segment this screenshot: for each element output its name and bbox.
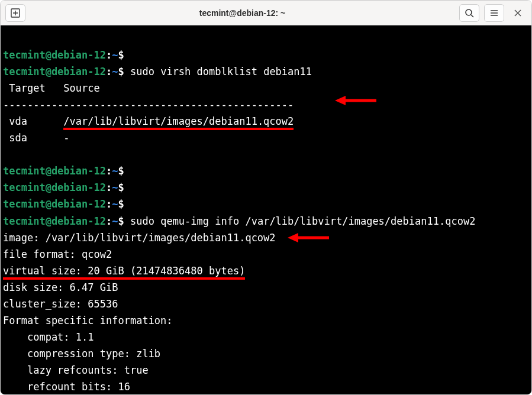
command-text: sudo qemu-img info /var/lib/libvirt/imag… <box>124 215 476 227</box>
prompt-dollar: $ <box>118 182 124 193</box>
plus-box-icon <box>11 8 20 18</box>
prompt-dollar: $ <box>118 165 124 177</box>
svg-point-3 <box>466 9 472 15</box>
hamburger-menu-button[interactable] <box>484 4 504 22</box>
prompt-colon: : <box>106 49 112 61</box>
prompt-colon: : <box>106 182 112 193</box>
prompt-userhost: tecmint@debian-12 <box>3 165 106 177</box>
table-header: Target Source <box>3 82 100 94</box>
svg-marker-13 <box>288 233 298 242</box>
output-lazy-refcounts-line: lazy refcounts: true <box>3 364 149 376</box>
prompt-dollar: $ <box>118 49 124 61</box>
prompt-path: ~ <box>112 215 118 227</box>
annotation-arrow-icon <box>335 95 376 106</box>
output-virtual-size-line: virtual size: 20 GiB (21474836480 bytes) <box>3 265 245 280</box>
prompt-colon: : <box>106 165 112 177</box>
prompt-userhost: tecmint@debian-12 <box>3 182 106 193</box>
prompt-dollar: $ <box>118 215 124 227</box>
prompt-path: ~ <box>112 66 118 77</box>
table-row: vda /var/lib/libvirt/images/debian11.qco… <box>3 115 294 130</box>
window-title: tecmint@debian-12: ~ <box>30 8 454 18</box>
prompt-line: tecmint@debian-12:~$ <box>3 49 124 61</box>
prompt-path: ~ <box>112 182 118 193</box>
prompt-userhost: tecmint@debian-12 <box>3 49 106 61</box>
prompt-dollar: $ <box>118 66 124 77</box>
prompt-userhost: tecmint@debian-12 <box>3 198 106 210</box>
prompt-path: ~ <box>112 165 118 177</box>
hamburger-icon <box>489 8 499 18</box>
output-disk-size-line: disk size: 6.47 GiB <box>3 281 118 293</box>
svg-marker-11 <box>335 96 346 105</box>
prompt-path: ~ <box>112 198 118 210</box>
prompt-userhost: tecmint@debian-12 <box>3 66 106 77</box>
source-vda-path: /var/lib/libvirt/images/debian11.qcow2 <box>63 115 294 130</box>
window-titlebar: tecmint@debian-12: ~ <box>1 1 531 25</box>
terminal-output[interactable]: tecmint@debian-12:~$ tecmint@debian-12:~… <box>1 25 531 394</box>
prompt-colon: : <box>106 215 112 227</box>
prompt-dollar: $ <box>118 198 124 210</box>
prompt-line: tecmint@debian-12:~$ sudo qemu-img info … <box>3 215 475 227</box>
output-cluster-size-line: cluster_size: 65536 <box>3 298 118 310</box>
output-image-line: image: /var/lib/libvirt/images/debian11.… <box>3 232 276 244</box>
prompt-line: tecmint@debian-12:~$ <box>3 165 124 177</box>
output-format-specific-header: Format specific information: <box>3 315 173 326</box>
divider-line: ----------------------------------------… <box>3 99 294 111</box>
table-row: sda - <box>3 132 70 144</box>
output-format-line: file format: qcow2 <box>3 248 112 260</box>
prompt-colon: : <box>106 198 112 210</box>
close-icon <box>514 9 521 17</box>
output-refcount-bits-line: refcount bits: 16 <box>3 381 130 393</box>
command-text: sudo virsh domblklist debian11 <box>124 66 312 77</box>
new-tab-button[interactable] <box>5 4 25 22</box>
close-window-button[interactable] <box>509 4 527 22</box>
annotation-arrow-icon <box>288 232 329 244</box>
search-icon <box>465 8 474 18</box>
prompt-path: ~ <box>112 49 118 61</box>
prompt-line: tecmint@debian-12:~$ <box>3 198 124 210</box>
output-compression-type-line: compression type: zlib <box>3 348 160 360</box>
target-vda: vda <box>3 115 63 127</box>
search-button[interactable] <box>459 4 479 22</box>
svg-line-4 <box>471 15 473 17</box>
output-compat-line: compat: 1.1 <box>3 331 94 343</box>
prompt-line: tecmint@debian-12:~$ <box>3 182 124 193</box>
prompt-colon: : <box>106 66 112 77</box>
prompt-userhost: tecmint@debian-12 <box>3 215 106 227</box>
prompt-line: tecmint@debian-12:~$ sudo virsh domblkli… <box>3 66 312 77</box>
